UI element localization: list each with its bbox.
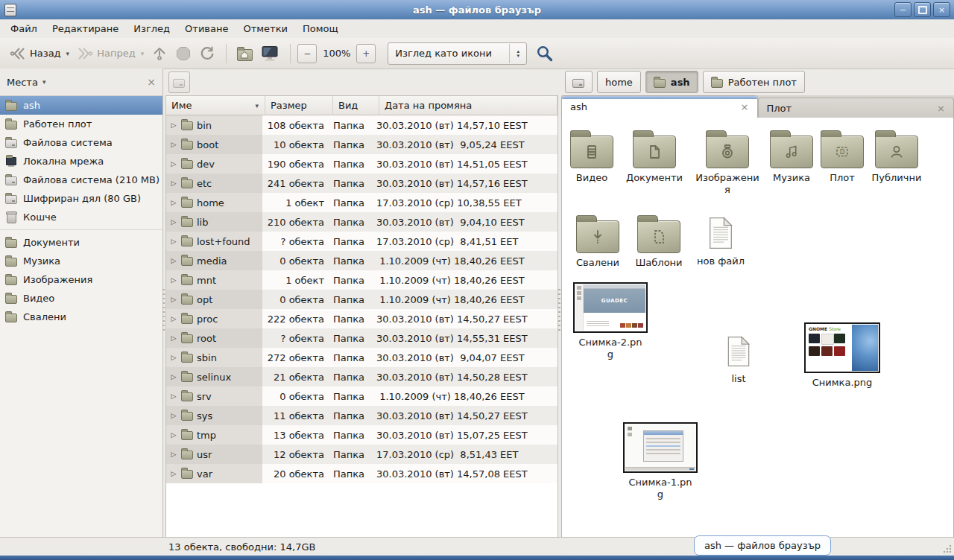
menu-item[interactable]: Отметки [236,21,294,36]
sidebar-splitter[interactable] [162,289,165,331]
sidebar-place-item[interactable]: Локална мрежа [0,152,162,171]
icon-item-public[interactable]: Публични [861,129,932,184]
resize-grip[interactable] [943,544,952,553]
maximize-button[interactable] [914,2,931,17]
sidebar-place-item[interactable]: Работен плот [0,115,162,133]
sidebar-place-item[interactable]: Файлова система [0,133,162,152]
table-row[interactable]: ▷ tmp 13 обекта Папка 30.03.2010 (вт) 15… [166,425,557,445]
icon-item-new-file[interactable]: нов файл [685,214,756,267]
table-row[interactable]: ▷ usr 12 обекта Папка 17.03.2010 (ср) 8,… [166,445,557,464]
pane-splitter[interactable] [558,289,560,331]
icon-item-video[interactable]: Видео [561,129,628,184]
menu-item[interactable]: Редактиране [45,21,126,36]
search-button[interactable] [536,45,554,63]
breadcrumb-home-button[interactable]: home [597,71,641,93]
table-row[interactable]: ▷ home 1 обект Папка 17.03.2010 (ср) 10,… [166,193,557,212]
forward-button[interactable]: Напред ▾ [73,42,148,65]
expander-icon[interactable]: ▷ [169,141,178,148]
table-row[interactable]: ▷ srv 0 обекта Папка 1.10.2009 (чт) 18,4… [166,386,557,406]
icon-item-snimka2[interactable]: GUADEC Снимка-2.png [569,282,651,360]
up-button[interactable] [148,42,171,65]
sidebar-place-item[interactable]: Шифриран дял (80 GB) [0,189,162,208]
sidebar-place-item[interactable]: ash [0,96,162,115]
menu-item[interactable]: Помощ [295,21,346,36]
sidebar-bookmark-item[interactable]: Музика [0,252,162,270]
expander-icon[interactable]: ▷ [169,354,178,361]
column-header-type[interactable]: Вид [333,96,379,115]
table-row[interactable]: ▷ mnt 1 обект Папка 1.10.2009 (чт) 18,40… [166,270,557,290]
table-row[interactable]: ▷ sys 11 обекта Папка 30.03.2010 (вт) 14… [166,406,557,425]
breadcrumb-desktop-button[interactable]: Работен плот [703,71,805,93]
menu-item[interactable]: Файл [3,21,45,36]
reload-button[interactable] [195,42,219,65]
expander-icon[interactable]: ▷ [169,451,178,458]
table-row[interactable]: ▷ var 20 обекта Папка 30.03.2010 (вт) 14… [166,464,557,483]
titlebar[interactable]: ash — файлов браузър − × [0,0,954,20]
table-row[interactable]: ▷ lib 210 обекта Папка 30.03.2010 (вт) 9… [166,212,557,232]
table-row[interactable]: ▷ opt 0 обекта Папка 1.10.2009 (чт) 18,4… [166,290,557,309]
expander-icon[interactable]: ▷ [169,238,178,245]
back-button[interactable]: Назад ▾ [6,42,73,65]
expander-icon[interactable]: ▷ [169,334,178,342]
sidebar-close-icon[interactable]: × [147,76,156,88]
zoom-out-button[interactable]: − [297,44,317,63]
sidebar-title[interactable]: Места [7,77,38,88]
icon-view[interactable]: Видео Документи [561,118,954,538]
sidebar-place-item[interactable]: Файлова система (210 MB) [0,171,162,189]
sidebar-place-item[interactable]: Кошче [0,208,162,226]
menu-item[interactable]: Изглед [126,21,177,36]
expander-icon[interactable]: ▷ [169,431,178,439]
tab-ash[interactable]: ash × [561,95,758,118]
expander-icon[interactable]: ▷ [169,121,178,129]
expander-icon[interactable]: ▷ [169,412,178,419]
table-row[interactable]: ▷ proc 222 обекта Папка 30.03.2010 (вт) … [166,309,557,328]
table-row[interactable]: ▷ root ? обекта Папка 30.03.2010 (вт) 14… [166,328,557,348]
expander-icon[interactable]: ▷ [169,199,178,206]
zoom-in-button[interactable]: + [356,44,376,63]
column-header-date[interactable]: Дата на промяна [379,96,557,115]
menu-item[interactable]: Отиване [177,21,236,36]
expander-icon[interactable]: ▷ [169,373,178,381]
expander-icon[interactable]: ▷ [169,296,178,303]
view-mode-spinner-icon[interactable]: ▴▾ [509,44,526,63]
tab-close-icon[interactable]: × [741,101,749,112]
icon-item-templates[interactable]: Шаблони [623,214,695,269]
expander-icon[interactable]: ▷ [169,315,178,322]
expander-icon[interactable]: ▷ [169,160,178,168]
icon-item-list[interactable]: list [703,333,774,385]
view-mode-select[interactable]: Изглед като икони ▴▾ [388,42,527,65]
sidebar-bookmark-item[interactable]: Документи [0,233,162,252]
expander-icon[interactable]: ▷ [169,257,178,264]
table-row[interactable]: ▷ lost+found ? обекта Папка 17.03.2010 (… [166,232,557,251]
table-row[interactable]: ▷ dev 190 обекта Папка 30.03.2010 (вт) 1… [166,154,557,174]
expander-icon[interactable]: ▷ [169,392,178,400]
expander-icon[interactable]: ▷ [169,470,178,477]
table-row[interactable]: ▷ etc 241 обекта Папка 30.03.2010 (вт) 1… [166,174,557,193]
back-dropdown-icon[interactable]: ▾ [66,50,70,57]
column-header-size[interactable]: Размер [265,96,333,115]
table-row[interactable]: ▷ selinux 21 обекта Папка 30.03.2010 (вт… [166,367,557,386]
close-button[interactable]: × [933,2,950,17]
table-row[interactable]: ▷ bin 108 обекта Папка 30.03.2010 (вт) 1… [166,115,557,135]
icon-item-pictures[interactable]: Изображения [692,129,763,195]
expander-icon[interactable]: ▷ [169,276,178,284]
home-button[interactable] [233,43,256,64]
sidebar-title-chevron-icon[interactable]: ▾ [42,78,46,86]
sidebar-bookmark-item[interactable]: Изображения [0,270,162,289]
table-row[interactable]: ▷ boot 10 обекта Папка 30.03.2010 (вт) 9… [166,135,557,154]
icon-item-snimka[interactable]: GNOME Store Снимка.png [801,322,883,389]
computer-button[interactable] [256,42,283,66]
expander-icon[interactable]: ▷ [169,179,178,187]
icon-item-documents[interactable]: Документи [619,129,690,184]
breadcrumb-root-button[interactable] [565,71,593,93]
sidebar-bookmark-item[interactable]: Видео [0,289,162,308]
column-header-name[interactable]: Име ▾ [166,96,265,115]
tab-close-icon[interactable]: × [937,103,945,114]
minimize-button[interactable]: − [894,2,912,17]
table-row[interactable]: ▷ sbin 272 обекта Папка 30.03.2010 (вт) … [166,348,557,367]
sidebar-bookmark-item[interactable]: Свалени [0,308,162,326]
expander-icon[interactable]: ▷ [169,218,178,226]
table-row[interactable]: ▷ media 0 обекта Папка 1.10.2009 (чт) 18… [166,251,557,270]
tab-plot[interactable]: Плот × [758,98,954,118]
breadcrumb-ash-button[interactable]: ash [645,71,698,93]
